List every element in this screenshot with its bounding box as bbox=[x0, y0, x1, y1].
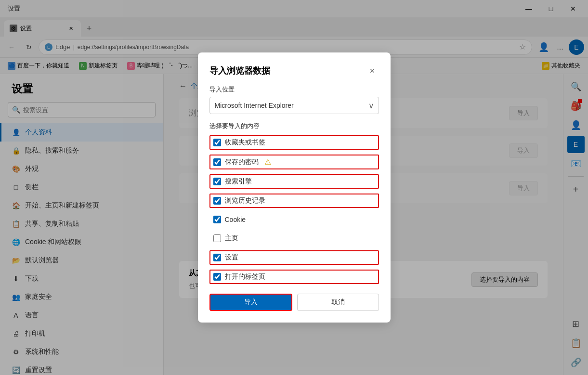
checkbox-row-cookies: Cookie bbox=[209, 213, 379, 226]
checkbox-row-homepage: 主页 bbox=[209, 231, 379, 246]
content-section-title: 选择要导入的内容 bbox=[209, 122, 379, 130]
source-label: 导入位置 bbox=[209, 85, 379, 94]
checkbox-label-homepage: 主页 bbox=[225, 234, 238, 243]
checkbox-label-search: 搜索引擎 bbox=[225, 177, 252, 186]
modal-actions: 导入 取消 bbox=[209, 294, 379, 311]
checkbox-row-opentabs: 打开的标签页 bbox=[209, 270, 379, 284]
modal-overlay: 导入浏览器数据 ✕ 导入位置 Microsoft Internet Explor… bbox=[0, 0, 588, 375]
checkbox-opentabs[interactable] bbox=[213, 273, 221, 281]
checkbox-label-opentabs: 打开的标签页 bbox=[225, 272, 265, 281]
checkbox-row-passwords: 保存的密码 ⚠ bbox=[209, 155, 379, 169]
checkbox-label-history: 浏览历史记录 bbox=[225, 196, 265, 205]
checkbox-history[interactable] bbox=[213, 197, 221, 205]
checkbox-label-cookies: Cookie bbox=[225, 216, 246, 223]
checkbox-label-passwords: 保存的密码 bbox=[225, 158, 259, 167]
checkbox-homepage[interactable] bbox=[213, 234, 221, 242]
checkbox-cookies[interactable] bbox=[213, 216, 221, 223]
checkbox-passwords[interactable] bbox=[213, 158, 221, 166]
modal-import-button[interactable]: 导入 bbox=[209, 294, 292, 311]
checkbox-settings[interactable] bbox=[213, 254, 221, 261]
checkbox-row-history: 浏览历史记录 bbox=[209, 194, 379, 208]
checkbox-row-search: 搜索引擎 bbox=[209, 174, 379, 189]
checkbox-favorites[interactable] bbox=[213, 139, 221, 146]
source-select-wrapper: Microsoft Internet Explorer Chrome Firef… bbox=[209, 97, 379, 114]
modal-header: 导入浏览器数据 ✕ bbox=[209, 64, 379, 78]
checkbox-search[interactable] bbox=[213, 178, 221, 185]
warning-icon: ⚠ bbox=[264, 157, 271, 167]
checkbox-row-favorites: 收藏夹或书签 bbox=[209, 135, 379, 150]
import-modal: 导入浏览器数据 ✕ 导入位置 Microsoft Internet Explor… bbox=[198, 52, 391, 323]
checkbox-label-settings: 设置 bbox=[225, 253, 238, 262]
modal-close-button[interactable]: ✕ bbox=[366, 64, 379, 78]
checkbox-label-favorites: 收藏夹或书签 bbox=[225, 138, 265, 147]
modal-title: 导入浏览器数据 bbox=[209, 65, 270, 77]
checkbox-row-settings: 设置 bbox=[209, 250, 379, 265]
source-select[interactable]: Microsoft Internet Explorer Chrome Firef… bbox=[209, 97, 379, 114]
modal-cancel-button[interactable]: 取消 bbox=[297, 294, 379, 311]
